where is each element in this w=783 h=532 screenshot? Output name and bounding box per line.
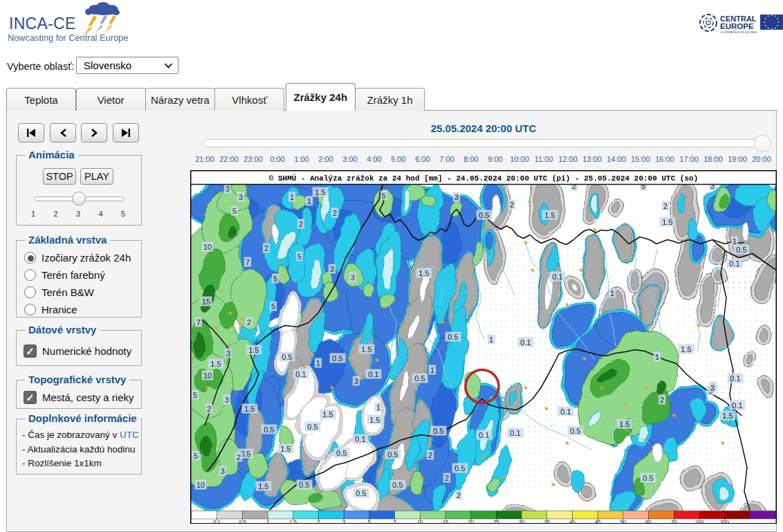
svg-text:0.1: 0.1 <box>552 273 562 281</box>
svg-text:1.5: 1.5 <box>369 416 380 424</box>
svg-text:1.5: 1.5 <box>280 445 291 453</box>
svg-text:5: 5 <box>297 253 302 261</box>
svg-text:3: 3 <box>221 467 225 475</box>
svg-text:0.5: 0.5 <box>454 464 465 473</box>
svg-text:2: 2 <box>299 220 303 228</box>
svg-text:3: 3 <box>225 396 229 404</box>
svg-text:1.5: 1.5 <box>361 345 371 354</box>
svg-text:2: 2 <box>428 451 432 459</box>
svg-text:15: 15 <box>202 297 210 306</box>
svg-text:1: 1 <box>733 237 737 246</box>
svg-text:0.5: 0.5 <box>392 481 403 489</box>
svg-text:0.5: 0.5 <box>643 474 653 482</box>
svg-text:3: 3 <box>351 273 355 282</box>
svg-text:2: 2 <box>663 202 667 210</box>
svg-text:0.5: 0.5 <box>448 333 458 341</box>
svg-text:0.5: 0.5 <box>299 481 309 489</box>
svg-text:0.1: 0.1 <box>732 401 742 410</box>
svg-text:1: 1 <box>610 289 614 297</box>
svg-text:1.5: 1.5 <box>662 218 672 226</box>
svg-text:1: 1 <box>430 366 434 374</box>
svg-text:1.5: 1.5 <box>322 410 333 419</box>
svg-text:1: 1 <box>316 359 320 367</box>
svg-text:2: 2 <box>207 405 211 413</box>
svg-text:3: 3 <box>225 185 230 193</box>
svg-text:1: 1 <box>489 336 493 344</box>
svg-text:3: 3 <box>239 193 243 201</box>
svg-text:10: 10 <box>196 481 205 489</box>
svg-text:0.5: 0.5 <box>307 423 317 431</box>
svg-text:0.1: 0.1 <box>368 370 378 378</box>
svg-text:COOPERATING FOR SUCCESS: COOPERATING FOR SUCCESS <box>720 31 757 34</box>
svg-text:2: 2 <box>247 318 251 327</box>
svg-text:2: 2 <box>237 453 241 461</box>
svg-text:1.5: 1.5 <box>315 188 325 196</box>
svg-text:0.5: 0.5 <box>356 489 366 497</box>
svg-text:0.5: 0.5 <box>736 246 746 254</box>
svg-text:2: 2 <box>510 201 514 209</box>
svg-text:0.5: 0.5 <box>414 374 425 383</box>
svg-text:0.1: 0.1 <box>355 435 365 443</box>
svg-text:10: 10 <box>203 372 212 380</box>
svg-text:2: 2 <box>264 244 268 253</box>
svg-text:1.5: 1.5 <box>244 405 255 413</box>
svg-text:0.5: 0.5 <box>387 450 398 459</box>
svg-text:0.1: 0.1 <box>479 431 489 439</box>
svg-text:5: 5 <box>273 275 277 283</box>
svg-text:1.5: 1.5 <box>248 346 259 354</box>
svg-text:1: 1 <box>307 197 311 205</box>
svg-text:5: 5 <box>194 452 198 460</box>
svg-text:0.1: 0.1 <box>295 370 306 378</box>
svg-text:0.5: 0.5 <box>433 427 443 435</box>
svg-text:7: 7 <box>246 258 250 266</box>
svg-text:0.5: 0.5 <box>282 353 292 361</box>
svg-text:1: 1 <box>655 353 659 361</box>
svg-text:1.5: 1.5 <box>619 420 629 428</box>
svg-text:0.1: 0.1 <box>560 407 571 416</box>
svg-text:1.5: 1.5 <box>722 412 733 420</box>
svg-text:2: 2 <box>660 396 664 404</box>
svg-text:3: 3 <box>454 193 459 201</box>
svg-text:2: 2 <box>457 491 461 499</box>
svg-text:1: 1 <box>290 193 294 201</box>
svg-text:0.1: 0.1 <box>520 338 531 347</box>
svg-text:0.1: 0.1 <box>729 259 739 268</box>
svg-text:3: 3 <box>330 265 334 273</box>
svg-text:0.5: 0.5 <box>479 211 489 219</box>
svg-text:5: 5 <box>232 207 237 215</box>
svg-text:0.1: 0.1 <box>510 429 520 437</box>
svg-text:2: 2 <box>445 474 449 482</box>
svg-text:1.5: 1.5 <box>210 360 221 368</box>
svg-text:3: 3 <box>226 349 230 358</box>
svg-text:5: 5 <box>382 192 386 200</box>
svg-text:3: 3 <box>710 384 715 392</box>
svg-text:1.5: 1.5 <box>258 482 268 490</box>
svg-text:10: 10 <box>203 243 212 251</box>
svg-text:1: 1 <box>376 403 380 412</box>
svg-text:5: 5 <box>193 391 197 399</box>
svg-text:1.5: 1.5 <box>681 345 691 354</box>
svg-text:0.5: 0.5 <box>336 449 347 457</box>
svg-text:© SHMÚ - Analýza zrážok za 24: © SHMÚ - Analýza zrážok za 24 hod [mm] -… <box>269 173 699 182</box>
svg-text:5: 5 <box>271 302 275 311</box>
svg-text:1.5: 1.5 <box>418 269 429 277</box>
svg-text:0.5: 0.5 <box>570 427 580 435</box>
svg-text:3: 3 <box>354 377 358 385</box>
svg-text:2: 2 <box>333 209 337 217</box>
svg-text:7: 7 <box>196 318 201 327</box>
svg-text:0.1: 0.1 <box>730 374 740 383</box>
svg-text:0.5: 0.5 <box>332 354 342 363</box>
svg-text:0.5: 0.5 <box>264 425 274 434</box>
svg-text:1.5: 1.5 <box>544 211 555 219</box>
svg-text:EUROPE: EUROPE <box>720 22 754 30</box>
